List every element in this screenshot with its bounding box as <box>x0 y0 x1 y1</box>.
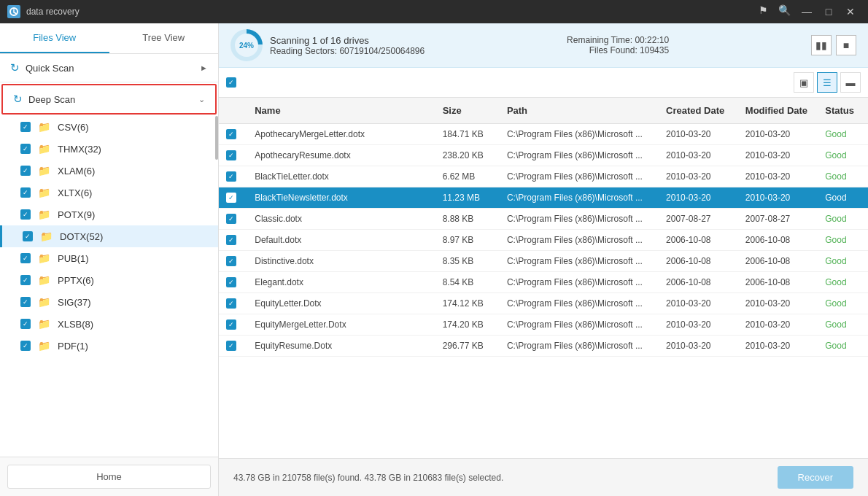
checkbox-dotx[interactable] <box>23 231 33 241</box>
col-header-status[interactable]: Status <box>818 98 868 124</box>
file-type-label: CSV(6) <box>58 122 89 133</box>
flag-icon[interactable]: ⚑ <box>754 1 772 22</box>
table-cell-name: Distinctive.dotx <box>247 251 435 272</box>
select-all-checkbox[interactable] <box>226 77 236 88</box>
search-titlebar-icon[interactable]: 🔍 <box>774 1 795 22</box>
table-cell-check[interactable]: ✓ <box>219 293 247 314</box>
list-item[interactable]: 📁 XLTX(6) <box>0 182 218 204</box>
list-item[interactable]: 📁 PPTX(6) <box>0 269 218 291</box>
checkbox-csv[interactable] <box>20 122 31 132</box>
table-cell-check[interactable]: ✓ <box>219 145 247 166</box>
folder-icon: 📁 <box>38 121 50 133</box>
detail-view-button[interactable]: ▬ <box>840 72 861 93</box>
table-row[interactable]: ✓ Elegant.dotx 8.54 KB C:\Program Files … <box>219 272 868 293</box>
table-row[interactable]: ✓ ApothecaryResume.dotx 238.20 KB C:\Pro… <box>219 145 868 166</box>
list-item[interactable]: 📁 POTX(9) <box>0 204 218 225</box>
tab-tree-view[interactable]: Tree View <box>109 23 219 53</box>
checkbox-xlsb[interactable] <box>20 319 31 329</box>
list-item[interactable]: 📁 PUB(1) <box>0 247 218 269</box>
list-item[interactable]: 📁 XLAM(6) <box>0 160 218 182</box>
checkbox-pub[interactable] <box>20 253 31 263</box>
grid-view-button[interactable]: ▣ <box>794 72 814 93</box>
table-cell-name: Default.dotx <box>247 230 435 251</box>
list-item[interactable]: 📁 XLSB(8) <box>0 313 218 335</box>
tab-files-view[interactable]: Files View <box>0 23 109 53</box>
table-cell-check[interactable]: ✓ <box>219 209 247 230</box>
table-cell-check[interactable]: ✓ <box>219 314 247 336</box>
table-cell-check[interactable]: ✓ <box>219 336 247 357</box>
folder-icon: 📁 <box>38 252 50 264</box>
table-row[interactable]: ✓ Default.dotx 8.97 KB C:\Program Files … <box>219 230 868 251</box>
table-cell-path: C:\Program Files (x86)\Microsoft ... <box>500 145 659 166</box>
col-header-name[interactable]: Name <box>247 98 435 124</box>
table-row[interactable]: ✓ EquityLetter.Dotx 174.12 KB C:\Program… <box>219 293 868 314</box>
table-cell-check[interactable]: ✓ <box>219 272 247 293</box>
scan-line1: Scanning 1 of 16 drives <box>270 35 425 46</box>
folder-icon: 📁 <box>38 187 50 198</box>
table-cell-name: EquityMergeLetter.Dotx <box>247 314 435 336</box>
table-cell-created: 2006-10-08 <box>659 230 738 251</box>
col-header-modified[interactable]: Modified Date <box>738 98 818 124</box>
home-button[interactable]: Home <box>7 465 211 489</box>
table-cell-status: Good <box>818 230 868 251</box>
sidebar-content: ↻ Quick Scan ► ↻ Deep Scan ⌄ 📁 <box>0 54 218 457</box>
app-title: data recovery <box>26 7 80 17</box>
table-cell-name: EquityLetter.Dotx <box>247 293 435 314</box>
folder-icon: 📁 <box>38 165 50 177</box>
toolbar: ▣ ☰ ▬ <box>219 68 868 98</box>
table-cell-size: 8.54 KB <box>435 272 500 293</box>
table-row[interactable]: ✓ ApothecaryMergeLetter.dotx 184.71 KB C… <box>219 124 868 145</box>
table-cell-check[interactable]: ✓ <box>219 230 247 251</box>
table-cell-status: Good <box>818 293 868 314</box>
table-cell-created: 2010-03-20 <box>659 145 738 166</box>
table-cell-modified: 2010-03-20 <box>738 166 818 187</box>
table-row[interactable]: ✓ BlackTieLetter.dotx 6.62 MB C:\Program… <box>219 166 868 187</box>
quick-scan-header[interactable]: ↻ Quick Scan ► <box>0 54 218 82</box>
table-cell-check[interactable]: ✓ <box>219 124 247 145</box>
table-cell-check[interactable]: ✓ <box>219 251 247 272</box>
table-cell-check[interactable]: ✓ <box>219 166 247 187</box>
recover-button[interactable]: Recover <box>778 466 853 489</box>
table-cell-modified: 2010-03-20 <box>738 124 818 145</box>
sidebar: Files View Tree View ↻ Quick Scan ► ↻ De… <box>0 23 219 496</box>
list-item[interactable]: 📁 SIG(37) <box>0 291 218 313</box>
checkbox-pdf[interactable] <box>20 341 31 351</box>
pause-button[interactable]: ▮▮ <box>811 35 832 55</box>
maximize-button[interactable]: □ <box>818 1 839 22</box>
table-cell-size: 6.62 MB <box>435 166 500 187</box>
table-row[interactable]: ✓ EquityResume.Dotx 296.77 KB C:\Program… <box>219 336 868 357</box>
list-view-button[interactable]: ☰ <box>817 72 837 93</box>
file-type-label: PDF(1) <box>58 341 88 352</box>
list-item-dotx[interactable]: 📁 DOTX(52) <box>0 225 218 247</box>
table-row[interactable]: ✓ Distinctive.dotx 8.35 KB C:\Program Fi… <box>219 251 868 272</box>
checkbox-potx[interactable] <box>20 209 31 220</box>
col-header-created[interactable]: Created Date <box>659 98 738 124</box>
close-button[interactable]: ✕ <box>840 1 861 22</box>
table-row[interactable]: ✓ EquityMergeLetter.Dotx 174.20 KB C:\Pr… <box>219 314 868 336</box>
table-cell-size: 174.20 KB <box>435 314 500 336</box>
checkbox-pptx[interactable] <box>20 275 31 285</box>
table-cell-path: C:\Program Files (x86)\Microsoft ... <box>500 166 659 187</box>
folder-icon: 📁 <box>38 296 50 308</box>
table-row[interactable]: ✓ Classic.dotx 8.88 KB C:\Program Files … <box>219 209 868 230</box>
col-header-size[interactable]: Size <box>435 98 500 124</box>
stop-button[interactable]: ■ <box>836 35 856 55</box>
checkbox-thmx[interactable] <box>20 144 31 154</box>
checkbox-xltx[interactable] <box>20 187 31 198</box>
file-type-label: DOTX(52) <box>60 231 103 242</box>
list-item[interactable]: 📁 PDF(1) <box>0 335 218 357</box>
list-item[interactable]: 📁 CSV(6) <box>0 116 218 138</box>
checkbox-sig[interactable] <box>20 297 31 307</box>
col-header-path[interactable]: Path <box>500 98 659 124</box>
folder-icon: 📁 <box>38 143 50 155</box>
table-cell-size: 8.35 KB <box>435 251 500 272</box>
quick-scan-icon: ↻ <box>10 61 20 74</box>
sidebar-tabs: Files View Tree View <box>0 23 218 54</box>
file-type-label: XLTX(6) <box>58 187 92 198</box>
deep-scan-header[interactable]: ↻ Deep Scan ⌄ <box>3 85 215 113</box>
list-item[interactable]: 📁 THMX(32) <box>0 138 218 160</box>
checkbox-xlam[interactable] <box>20 166 31 176</box>
table-row[interactable]: ✓ BlackTieNewsletter.dotx 11.23 MB C:\Pr… <box>219 187 868 209</box>
minimize-button[interactable]: — <box>797 1 817 22</box>
table-cell-check[interactable]: ✓ <box>219 187 247 209</box>
